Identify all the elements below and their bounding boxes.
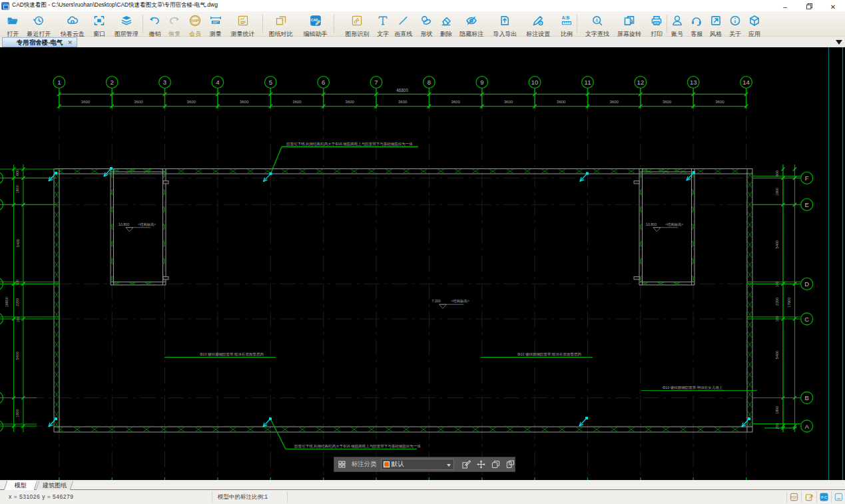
svg-text:46800: 46800 [396, 88, 408, 93]
svg-text:防雷引下线,利用结构柱内大于Φ16 钢筋两根上与防雷带下与基: 防雷引下线,利用结构柱内大于Φ16 钢筋两根上与防雷带下与基础钢筋焊为一体 [294, 444, 421, 449]
svg-text:9: 9 [480, 79, 483, 86]
svg-text:F: F [805, 174, 809, 182]
svg-text:17900: 17900 [788, 298, 792, 308]
svg-text:A:B: A:B [562, 15, 570, 20]
svg-text:600: 600 [775, 170, 779, 176]
svg-text:3600: 3600 [504, 100, 513, 104]
svg-text:Φ10 镀锌扁钢防雷带,暗设在屋面垫层内: Φ10 镀锌扁钢防雷带,暗设在屋面垫层内 [200, 352, 264, 357]
svg-text:13: 13 [690, 79, 697, 86]
svg-text:Φ10 镀锌圆钢防雷带,暗设在屋面垫层内: Φ10 镀锌圆钢防雷带,暗设在屋面垫层内 [517, 352, 581, 357]
svg-text:<结构标高>: <结构标高> [665, 222, 683, 227]
svg-text:3600: 3600 [81, 100, 91, 104]
svg-text:3600: 3600 [398, 100, 408, 104]
svg-text:3600: 3600 [715, 100, 724, 104]
svg-text:5400: 5400 [775, 351, 779, 359]
svg-text:8: 8 [427, 79, 431, 86]
svg-text:CAD: CAD [311, 19, 318, 22]
svg-text:16800: 16800 [5, 297, 9, 307]
svg-text:3600: 3600 [451, 100, 460, 104]
svg-text:PDF: PDF [791, 496, 797, 499]
svg-text:3600: 3600 [346, 100, 355, 104]
svg-text:3600: 3600 [240, 100, 249, 104]
svg-text:2200: 2200 [16, 298, 20, 306]
svg-text:600: 600 [16, 170, 20, 176]
svg-text:1800: 1800 [775, 406, 779, 414]
svg-text:100: 100 [16, 280, 20, 286]
svg-text:6: 6 [322, 79, 325, 86]
svg-text:5400: 5400 [775, 240, 779, 248]
svg-text:P-C: P-C [821, 495, 827, 499]
svg-text:3600: 3600 [292, 100, 302, 104]
svg-text:<结构标高>: <结构标高> [138, 222, 156, 227]
svg-text:100: 100 [16, 316, 20, 322]
svg-text:3600: 3600 [187, 100, 196, 104]
svg-text:5: 5 [269, 79, 272, 86]
svg-text:3600: 3600 [610, 100, 619, 104]
svg-text:1800: 1800 [16, 185, 20, 193]
svg-text:7.200: 7.200 [432, 299, 441, 303]
svg-text:7: 7 [374, 79, 378, 86]
svg-text:防雷引下线,利用结构柱内大于Φ16 钢筋两根上与防雷带下与基: 防雷引下线,利用结构柱内大于Φ16 钢筋两根上与防雷带下与基础钢筋焊为一体 [286, 142, 413, 146]
svg-text:<结构标高>: <结构标高> [451, 299, 469, 304]
svg-text:E: E [805, 201, 809, 208]
svg-text:5400: 5400 [16, 352, 20, 360]
svg-text:3600: 3600 [557, 100, 566, 104]
svg-text:Φ10 镀锌圆钢防雷带,明设在女儿墙上: Φ10 镀锌圆钢防雷带,明设在女儿墙上 [663, 385, 723, 390]
svg-text:12: 12 [637, 79, 645, 86]
svg-text:A: A [595, 18, 599, 23]
svg-text:5400: 5400 [16, 239, 20, 247]
svg-text:A: A [805, 423, 810, 430]
svg-text:C: C [804, 316, 809, 323]
svg-text:10.800: 10.800 [119, 222, 129, 226]
svg-text:1: 1 [57, 79, 61, 86]
svg-text:1800: 1800 [775, 188, 779, 196]
svg-text:B: B [805, 394, 809, 401]
svg-text:2: 2 [111, 79, 114, 86]
svg-text:3600: 3600 [134, 100, 143, 104]
svg-text:3600: 3600 [663, 100, 672, 104]
svg-text:2200: 2200 [775, 298, 779, 306]
svg-text:D: D [804, 280, 809, 288]
svg-text:10.800: 10.800 [646, 222, 657, 226]
svg-text:200: 200 [775, 423, 779, 429]
svg-text:100: 100 [775, 316, 779, 322]
svg-text:1800: 1800 [16, 409, 20, 417]
svg-text:4: 4 [216, 79, 219, 86]
svg-text:VIP: VIP [191, 19, 199, 23]
svg-text:11: 11 [585, 79, 591, 86]
svg-text:14: 14 [742, 79, 750, 86]
svg-text:3: 3 [163, 79, 166, 86]
svg-text:10: 10 [531, 79, 539, 86]
svg-text:100: 100 [775, 281, 779, 287]
